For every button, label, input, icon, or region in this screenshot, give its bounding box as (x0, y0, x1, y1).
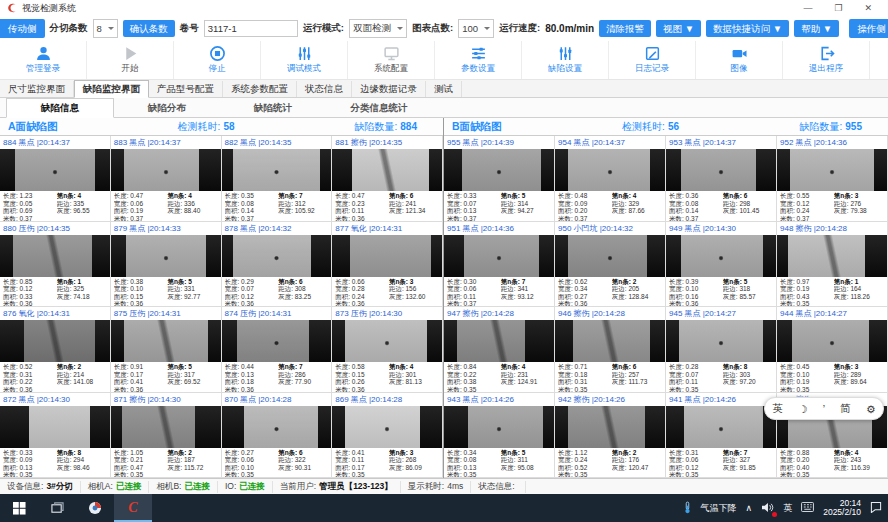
defect-cell[interactable]: 947 擦伤 |20:14:28长度: 0.84宽度: 0.22面积: 0.38… (444, 307, 555, 393)
tray-expand-icon[interactable]: ∧ (746, 503, 753, 513)
defect-cell[interactable]: 955 黑点 |20:14:39长度: 0.33宽度: 0.07面积: 0.13… (444, 136, 555, 222)
window-controls: — ❐ ✕ (803, 2, 882, 14)
defect-thumbnail (444, 406, 554, 448)
close-button[interactable]: ✕ (864, 2, 872, 14)
defect-cell[interactable]: 948 擦伤 |20:14:28长度: 0.97宽度: 0.19面积: 0.43… (777, 222, 888, 308)
ribbon-sliders-v2-button[interactable]: 缺陷设置 (522, 41, 609, 79)
defect-cell[interactable]: 872 黑点 |20:14:30长度: 0.33宽度: 0.09面积: 0.13… (0, 393, 111, 479)
ime-simplified-toggle[interactable]: 简 (840, 402, 851, 416)
volume-icon[interactable] (761, 502, 774, 515)
ribbon-sliders-h-button[interactable]: 参数设置 (435, 41, 522, 79)
notification-center-icon[interactable] (870, 501, 882, 515)
minimize-button[interactable]: — (803, 2, 812, 14)
defect-cell[interactable]: 876 氧化 |20:14:31长度: 0.52宽度: 0.31面积: 0.22… (0, 307, 111, 393)
defect-cell[interactable]: 944 黑点 |20:14:27长度: 0.45宽度: 0.10面积: 0.19… (777, 307, 888, 393)
defect-cell[interactable]: 881 擦伤 |20:14:35长度: 0.47宽度: 0.23面积: 0.11… (332, 136, 443, 222)
defect-cell[interactable]: 869 黑点 |20:14:28长度: 0.41宽度: 0.11面积: 0.17… (332, 393, 443, 479)
defect-meta: 长度: 0.41宽度: 0.11面积: 0.17米数: 0.35第n条: 3距边… (332, 448, 442, 478)
defect-area: 面积: 0.40 (780, 464, 834, 472)
defect-width: 宽度: 0.15 (335, 371, 389, 379)
clear-alarm-button[interactable]: 清除报警 (599, 20, 651, 37)
ribbon-play-button[interactable]: 开始 (87, 41, 174, 79)
defect-edge-distance: 距边: 325 (57, 285, 108, 293)
ribbon-user-button[interactable]: 管理登录 (0, 41, 87, 79)
defect-strip-no: 第n条: 2 (57, 363, 108, 371)
run-mode-select[interactable]: 双面检测 (349, 19, 407, 38)
defect-cell[interactable]: 873 压伤 |20:14:30长度: 0.58宽度: 0.15面积: 0.26… (332, 307, 443, 393)
operator-side-button[interactable]: 操作侧 (849, 19, 888, 38)
defect-cell[interactable]: 875 压伤 |20:14:31长度: 0.91宽度: 0.17面积: 0.41… (111, 307, 222, 393)
drive-side-button[interactable]: 传动侧 (0, 19, 45, 38)
defect-area: 面积: 0.69 (3, 207, 57, 215)
defect-cell[interactable]: 951 黑点 |20:14:36长度: 0.30宽度: 0.06面积: 0.11… (444, 222, 555, 308)
defect-cell[interactable]: 954 黑点 |20:14:37长度: 0.48宽度: 0.09面积: 0.20… (555, 136, 666, 222)
weather-text[interactable]: 气温下降 (701, 502, 737, 515)
ribbon-monitor-button[interactable]: 系统配置 (348, 41, 435, 79)
defect-cell[interactable]: 949 黑点 |20:14:30长度: 0.39宽度: 0.10面积: 0.16… (666, 222, 777, 308)
defect-gray-level: 灰度: 98.46 (57, 464, 108, 472)
render-time: 显示耗时:4ms (401, 481, 471, 493)
ribbon-exit-button[interactable]: 退出程序 (783, 41, 870, 79)
thermometer-icon[interactable] (683, 501, 692, 516)
defect-cell[interactable]: 879 黑点 |20:14:33长度: 0.38宽度: 0.10面积: 0.15… (111, 222, 222, 308)
defect-cell[interactable]: 877 氧化 |20:14:31长度: 0.66宽度: 0.28面积: 0.24… (332, 222, 443, 308)
taskbar-clock[interactable]: 20:14 2025/2/10 (823, 499, 861, 518)
defect-edge-distance: 距边: 231 (501, 371, 552, 379)
ime-punctuation-toggle[interactable]: ’ (823, 403, 825, 415)
subtab-2[interactable]: 缺陷分布 (114, 99, 220, 117)
tab-2[interactable]: 缺陷监控界面 (74, 80, 149, 98)
ribbon-stop-button[interactable]: 停止 (174, 41, 261, 79)
maximize-button[interactable]: ❐ (834, 2, 842, 14)
tab-6[interactable]: 边缘数据记录 (352, 81, 426, 97)
defect-cell[interactable]: 870 黑点 |20:14:28长度: 0.27宽度: 0.06面积: 0.10… (222, 393, 333, 479)
defect-cell[interactable]: 952 黑点 |20:14:36长度: 0.55宽度: 0.12面积: 0.24… (777, 136, 888, 222)
defect-meta: 长度: 0.39宽度: 0.10面积: 0.16米数: 0.36第n条: 5距边… (666, 277, 776, 307)
view-menu-button[interactable]: 视图 ▼ (656, 20, 701, 37)
confirm-count-button[interactable]: 确认条数 (123, 20, 175, 37)
ime-language-indicator[interactable]: 英 (783, 502, 792, 515)
defect-cell[interactable]: 942 擦伤 |20:14:26长度: 1.12宽度: 0.24面积: 0.52… (555, 393, 666, 479)
taskbar-active-app-icon[interactable]: C (114, 494, 152, 522)
data-quick-access-button[interactable]: 数据快捷访问 ▼ (706, 20, 789, 37)
defect-cell[interactable]: 871 擦伤 |20:14:30长度: 1.05宽度: 0.21面积: 0.47… (111, 393, 222, 479)
roll-number-input[interactable] (204, 20, 298, 37)
defect-cell[interactable]: 882 黑点 |20:14:35长度: 0.35宽度: 0.08面积: 0.14… (222, 136, 333, 222)
ime-language-toggle[interactable]: 英 (773, 402, 784, 416)
defect-length: 长度: 0.28 (669, 363, 723, 371)
ime-settings-icon[interactable]: ⚙ (866, 403, 875, 415)
defect-meta-left: 长度: 0.38宽度: 0.10面积: 0.15米数: 0.36 (114, 278, 168, 307)
defect-cell[interactable]: 945 黑点 |20:14:27长度: 0.28宽度: 0.07面积: 0.11… (666, 307, 777, 393)
taskbar-app-icon[interactable] (76, 494, 114, 522)
defect-gray-level: 灰度: 124.91 (501, 378, 552, 386)
ribbon-camera-button[interactable]: 图像 (696, 41, 783, 79)
defect-cell[interactable]: 883 黑点 |20:14:37长度: 0.47宽度: 0.06面积: 0.19… (111, 136, 222, 222)
help-menu-button[interactable]: 帮助 ▼ (794, 20, 839, 37)
defect-cell[interactable]: 943 黑点 |20:14:26长度: 0.34宽度: 0.08面积: 0.13… (444, 393, 555, 479)
defect-cell[interactable]: 941 黑点 |20:14:26长度: 0.31宽度: 0.06面积: 0.12… (666, 393, 777, 479)
ribbon-sliders-v-button[interactable]: 调试模式 (261, 41, 348, 79)
subtab-3[interactable]: 缺陷统计 (220, 99, 326, 117)
subtab-4[interactable]: 分类信息统计 (326, 99, 432, 117)
ribbon-log-button[interactable]: 日志记录 (609, 41, 696, 79)
defect-cell[interactable]: 946 擦伤 |20:14:28长度: 0.71宽度: 0.18面积: 0.31… (555, 307, 666, 393)
defect-cell[interactable]: 880 压伤 |20:14:35长度: 0.85宽度: 0.12面积: 0.33… (0, 222, 111, 308)
defect-cell[interactable]: 884 黑点 |20:14:37长度: 1.23宽度: 0.05面积: 0.69… (0, 136, 111, 222)
subtab-1[interactable]: 缺陷信息 (6, 98, 114, 118)
defect-cell[interactable]: 950 小凹坑 |20:14:32长度: 0.62宽度: 0.34面积: 0.2… (555, 222, 666, 308)
tab-3[interactable]: 产品型号配置 (149, 81, 223, 97)
tab-7[interactable]: 测试 (426, 81, 462, 97)
chart-points-select[interactable]: 100 (458, 19, 494, 38)
defect-cell[interactable]: 878 黑点 |20:14:32长度: 0.29宽度: 0.07面积: 0.12… (222, 222, 333, 308)
task-view-button[interactable] (38, 494, 76, 522)
defect-cell[interactable]: 874 压伤 |20:14:31长度: 0.44宽度: 0.13面积: 0.18… (222, 307, 333, 393)
defect-meta-left: 长度: 0.58宽度: 0.15面积: 0.26米数: 0.36 (335, 363, 389, 392)
slit-count-select[interactable]: 8 (93, 19, 118, 38)
tab-4[interactable]: 系统参数配置 (223, 81, 297, 97)
start-button[interactable] (0, 494, 38, 522)
ime-halfwidth-moon-icon[interactable]: ☽ (798, 403, 807, 415)
ime-keyboard-icon[interactable] (801, 502, 814, 514)
defect-cell-header: 882 黑点 |20:14:35 (222, 136, 332, 149)
tab-5[interactable]: 状态信息 (297, 81, 352, 97)
tab-1[interactable]: 尺寸监控界面 (0, 81, 74, 97)
defect-cell[interactable]: 953 黑点 |20:14:37长度: 0.36宽度: 0.08面积: 0.14… (666, 136, 777, 222)
